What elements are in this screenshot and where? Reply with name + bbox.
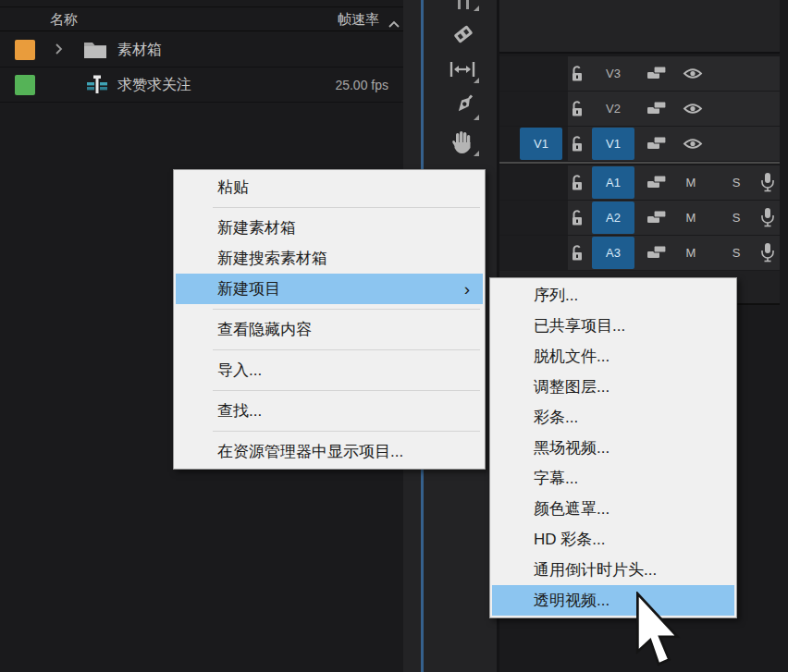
submenu-item-transparent-video[interactable]: 透明视频...	[492, 585, 734, 616]
premiere-workspace: 名称 帧速率 素材箱	[0, 0, 788, 672]
source-assign-zone	[499, 236, 568, 270]
submenu-item-universal-counting-leader[interactable]: 通用倒计时片头...	[492, 555, 734, 585]
menu-item-new-item[interactable]: 新建项目 ›	[176, 274, 483, 304]
hand-tool-icon[interactable]	[449, 129, 475, 155]
mute-button[interactable]: M	[683, 236, 698, 270]
lock-open-icon[interactable]	[570, 64, 585, 82]
column-header-name[interactable]: 名称	[50, 11, 78, 29]
mic-icon[interactable]	[759, 172, 776, 193]
sync-lock-icon[interactable]	[646, 244, 667, 261]
project-list-header: 名称 帧速率	[0, 6, 403, 31]
menu-separator	[213, 390, 480, 391]
menu-item-new-bin[interactable]: 新建素材箱	[176, 213, 483, 243]
sync-lock-icon[interactable]	[646, 209, 667, 226]
solo-button[interactable]: S	[729, 165, 744, 200]
menu-item-view-hidden[interactable]: 查看隐藏内容	[176, 314, 483, 345]
eye-icon[interactable]	[682, 66, 704, 80]
sync-lock-icon[interactable]	[646, 65, 667, 81]
track-header-v1: V1 V1	[499, 127, 780, 161]
pen-tool-icon[interactable]	[450, 92, 476, 118]
menu-separator	[213, 207, 480, 208]
chevron-right-icon[interactable]	[55, 43, 63, 59]
source-assign-zone	[499, 165, 568, 200]
submenu-item-captions[interactable]: 字幕...	[492, 463, 734, 494]
source-assign-zone	[499, 92, 568, 126]
track-target-v3[interactable]: V3	[592, 56, 634, 91]
menu-separator	[213, 349, 480, 350]
eye-icon[interactable]	[682, 101, 704, 116]
submenu-item-hd-bars[interactable]: HD 彩条...	[492, 524, 734, 555]
mic-icon[interactable]	[759, 242, 776, 263]
submenu-item-adjustment-layer[interactable]: 调整图层...	[492, 372, 734, 402]
menu-item-paste[interactable]: 粘贴	[176, 172, 483, 202]
razor-tool-icon[interactable]	[450, 21, 476, 47]
submenu-item-offline-file[interactable]: 脱机文件...	[492, 341, 734, 372]
video-audio-divider	[499, 162, 780, 164]
timeline-right-edge	[780, 0, 788, 270]
track-header-v2: V2	[499, 92, 780, 126]
submenu-item-shared-project[interactable]: 已共享项目...	[492, 311, 734, 341]
menu-item-find[interactable]: 查找...	[176, 396, 483, 426]
bin-name[interactable]: 素材箱	[117, 41, 162, 60]
chevron-up-icon[interactable]	[388, 15, 400, 31]
solo-button[interactable]: S	[729, 201, 744, 235]
slip-tool-icon[interactable]	[449, 56, 475, 82]
submenu-item-bars-and-tone[interactable]: 彩条...	[492, 402, 734, 433]
sync-lock-icon[interactable]	[646, 174, 667, 190]
track-header-a1: A1 M S	[499, 165, 780, 200]
lock-open-icon[interactable]	[570, 208, 585, 226]
sequence-frame-rate: 25.00 fps	[335, 78, 388, 92]
sequence-name[interactable]: 求赞求关注	[117, 76, 191, 95]
track-header-a2: A2 M S	[499, 201, 780, 235]
cursor-arrow-icon	[633, 592, 683, 671]
source-assign-zone	[499, 56, 568, 91]
track-header-a3: A3 M S	[499, 236, 780, 270]
menu-item-label: 新建项目	[217, 280, 280, 298]
new-item-submenu: 序列... 已共享项目... 脱机文件... 调整图层... 彩条... 黑场视…	[489, 277, 737, 618]
track-select-tool-icon[interactable]	[458, 0, 469, 9]
mic-icon[interactable]	[759, 207, 776, 228]
solo-button[interactable]: S	[729, 236, 744, 270]
menu-item-new-search-bin[interactable]: 新建搜索素材箱	[176, 243, 483, 274]
track-target-a2[interactable]: A2	[592, 202, 634, 234]
source-assign-zone	[499, 201, 568, 235]
label-swatch-orange[interactable]	[15, 40, 35, 60]
project-row-bin[interactable]: 素材箱	[0, 32, 403, 67]
project-row-sequence[interactable]: 求赞求关注 25.00 fps	[0, 67, 403, 103]
source-patch-v1[interactable]: V1	[520, 128, 562, 160]
folder-icon	[82, 39, 108, 63]
submenu-arrow-icon: ›	[464, 274, 470, 304]
menu-separator	[213, 309, 480, 310]
submenu-item-color-matte[interactable]: 颜色遮罩...	[492, 494, 734, 524]
menu-separator	[213, 431, 480, 432]
menu-item-reveal-in-explorer[interactable]: 在资源管理器中显示项目...	[176, 436, 483, 467]
track-target-v2[interactable]: V2	[592, 92, 634, 126]
sync-lock-icon[interactable]	[646, 100, 667, 116]
track-target-a3[interactable]: A3	[592, 237, 634, 269]
submenu-item-black-video[interactable]: 黑场视频...	[492, 433, 734, 463]
mute-button[interactable]: M	[683, 201, 698, 235]
menu-item-import[interactable]: 导入...	[176, 355, 483, 385]
track-target-a1[interactable]: A1	[592, 166, 634, 199]
submenu-item-sequence[interactable]: 序列...	[492, 280, 734, 311]
sync-lock-icon[interactable]	[646, 135, 667, 152]
label-swatch-green[interactable]	[15, 75, 35, 95]
timeline-top-area	[499, 0, 788, 54]
track-header-v3: V3	[499, 56, 780, 91]
lock-open-icon[interactable]	[570, 99, 585, 117]
eye-icon[interactable]	[682, 136, 704, 151]
track-target-v1[interactable]: V1	[592, 128, 634, 160]
mute-button[interactable]: M	[683, 165, 698, 200]
lock-open-icon[interactable]	[570, 134, 585, 153]
lock-open-icon[interactable]	[570, 173, 585, 191]
column-header-frame-rate[interactable]: 帧速率	[338, 11, 379, 29]
project-context-menu: 粘贴 新建素材箱 新建搜索素材箱 新建项目 › 查看隐藏内容 导入... 查找.…	[173, 169, 486, 470]
lock-open-icon[interactable]	[570, 243, 585, 262]
sequence-icon	[85, 75, 109, 99]
